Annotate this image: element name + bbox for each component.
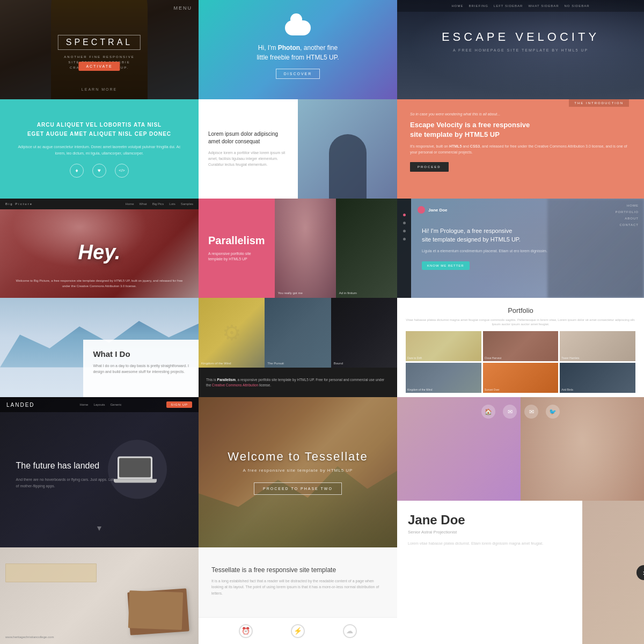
pl-nav-portfolio[interactable]: Portfolio <box>615 210 639 214</box>
landed-laptop <box>118 456 157 482</box>
whatido-card: What I Do What I do on a day to day basi… <box>83 340 199 397</box>
landed-nav-layouts[interactable]: Layouts <box>93 403 105 406</box>
para-h2: Parallelism <box>208 235 265 247</box>
escape-nav-no-2[interactable]: No Sidebar <box>565 4 590 8</box>
whatido-h3: What I Do <box>93 349 189 358</box>
escape-nav-2: Home Briefing Left Sidebar What Sidebar … <box>397 0 644 12</box>
tessellate-content: Welcome to Tessellate A free responsive … <box>199 397 397 547</box>
teal-heart-icon: ♥ <box>92 164 106 178</box>
spectral-menu-2[interactable]: Menu <box>174 5 193 11</box>
pg-hammock[interactable]: Tower Hamlets <box>560 331 635 361</box>
pg-windmill[interactable]: Kingdom of the Wind <box>406 363 481 393</box>
bigpic-n-what[interactable]: What <box>140 202 147 206</box>
whatido-area: What I Do What I do on a day to day basi… <box>0 298 199 397</box>
para-tree-2: The Pursuit <box>265 298 331 368</box>
cell-photon: Hi, I'm Photon, another finelittle freeb… <box>199 0 397 199</box>
pl-dot-3[interactable] <box>403 230 406 232</box>
prologue2-card-name: Jane Doe <box>408 513 572 528</box>
tessellate-free-text: A free responsive site template by HTML5… <box>243 468 353 473</box>
escape-so: So in case you were wondering what this … <box>410 112 631 116</box>
spectral-hero-2: Menu SPECTRAL ANOTHER FINE RESPONSIVESIT… <box>0 0 199 99</box>
para-desc-p: This is Parallelism, a responsive portfo… <box>206 377 390 388</box>
prologue2-card-text: Jane Doe Senior Astral Projectionist Lor… <box>397 501 582 644</box>
prologue-jane-name: Jane Doe <box>428 208 448 213</box>
escape-hero-2: Home Briefing Left Sidebar What Sidebar … <box>397 0 644 99</box>
stationery-area: www.heritagechristiancollege.com <box>0 547 199 644</box>
teal-diamond-icon: ♦ <box>70 164 84 178</box>
photon-text: Lorem ipsum dolor adipiscingamet dolor c… <box>199 99 298 199</box>
photon-hero-2: Hi, I'm Photon, another finelittle freeb… <box>199 0 397 99</box>
landed-nav-generic[interactable]: Generic <box>110 403 121 406</box>
para-desc-bar: This is Parallelism, a responsive portfo… <box>199 368 397 397</box>
cell-tessellate: Welcome to Tessellate A free responsive … <box>199 397 397 644</box>
teal-heading-2: ARCU ALIQUET VEL LOBORTIS ATA NISLEGET A… <box>27 120 171 138</box>
escape-proceed[interactable]: PROCEED <box>410 162 449 172</box>
prologue-know-btn-2[interactable]: Know me better <box>422 261 470 270</box>
spectral-learn[interactable]: LEARN MORE <box>82 87 117 91</box>
pl-nav-about[interactable]: About <box>625 217 639 220</box>
landed-logo: Landed <box>6 402 35 408</box>
escape-nav-briefing-2[interactable]: Briefing <box>469 4 488 8</box>
pl-dot-1[interactable] <box>403 214 406 216</box>
pl2-mail1-icon[interactable]: ✉ <box>503 405 517 419</box>
prologue2-card-title: Senior Astral Projectionist <box>408 530 572 535</box>
pl-dot-2[interactable] <box>403 222 406 224</box>
landed-signup-btn[interactable]: Sign up <box>166 401 192 408</box>
cell-escape-vel: Home Briefing Left Sidebar What Sidebar … <box>397 0 644 199</box>
para-tree-lbl: The Pursuit <box>267 362 284 365</box>
stationery-notebook2 <box>128 590 183 630</box>
bigpic-nav-bar: Big Picture Home What Big Pics Lots Samp… <box>0 199 199 209</box>
prologue2-next-arrow[interactable]: › <box>636 565 644 580</box>
bigpic-n-home[interactable]: Home <box>126 202 134 206</box>
bigpic-n-samples[interactable]: Samples <box>181 202 193 206</box>
tessellate-desc-p1: It is a long established fact that a rea… <box>211 578 384 596</box>
photon-btn[interactable]: DISCOVER <box>276 69 320 79</box>
cell-prologue2-card: 🏠 ✉ ✉ 🐦 Jane Doe Senior Astral Projectio… <box>397 397 644 644</box>
escape-nav-home-2[interactable]: Home <box>451 4 463 8</box>
para-dark-lbl: Bound <box>334 362 343 365</box>
escape-title-2: ESCAPE VELOCITY A FREE HOMEPAGE SITE TEM… <box>442 30 599 52</box>
photon-cloud <box>285 20 311 35</box>
pl2-mail2-icon[interactable]: ✉ <box>524 405 538 419</box>
photon-content-row: Lorem ipsum dolor adipiscingamet dolor c… <box>199 99 397 199</box>
pg-birds[interactable]: Arid Birds <box>560 363 635 393</box>
para-wind-2: ⚙ Kingdom of the Wind <box>199 298 265 368</box>
cell-prologue-portfolio: Home Portfolio About Contact Jane Doe Hi… <box>397 199 644 397</box>
escape-intro-tab-2: THE INTRODUCTION <box>569 99 629 107</box>
prologue2-card-desc: Lorem vitae habasse platea dictumst. Eti… <box>408 541 572 547</box>
pl2-twitter-icon[interactable]: 🐦 <box>546 405 560 419</box>
para-cc-link-2[interactable]: Creative Commons Attribution <box>212 383 258 387</box>
tessellate-desc-h3: Tessellate is a free responsive site tem… <box>211 566 384 574</box>
pg-windmill-label: Kingdom of the Wind <box>407 388 432 391</box>
para-face-label: You really got me <box>278 291 303 295</box>
bigpic-n-big[interactable]: Big Pics <box>152 202 164 206</box>
para-bottom-row: ⚙ Kingdom of the Wind The Pursuit Bound <box>199 298 397 368</box>
escape-intro-h2: Escape Velocity is a free responsivesite… <box>410 120 631 140</box>
pl2-home-icon[interactable]: 🏠 <box>481 405 495 419</box>
pl-nav-contact[interactable]: Contact <box>619 223 639 226</box>
pl-nav-home[interactable]: Home <box>627 204 639 207</box>
prologue2-white-card: Jane Doe Senior Astral Projectionist Lor… <box>397 501 644 644</box>
photo-grid-2: Dare to Drift Close Harvest Tower Hamlet… <box>406 331 635 393</box>
tessellate-btn[interactable]: Proceed to phase two <box>254 482 342 495</box>
pg-field[interactable]: Dare to Drift <box>406 331 481 361</box>
teal-section: ARCU ALIQUET VEL LOBORTIS ATA NISLEGET A… <box>0 99 199 199</box>
escape-nav-left-2[interactable]: Left Sidebar <box>494 4 523 8</box>
photon-s1-head: Lorem ipsum dolor adipiscingamet dolor c… <box>208 130 288 145</box>
teal-body-2: Adipisce ut ac augue consectetur interdu… <box>13 144 186 156</box>
pg-portrait[interactable]: Close Harvest <box>483 331 559 361</box>
tessellate-icons-row: ⏰ ⚡ ☁ <box>199 617 397 644</box>
landed-nav-home[interactable]: Home <box>79 403 88 406</box>
escape-nav-what-2[interactable]: What Sidebar <box>528 4 559 8</box>
tessellate-bolt-icon: ⚡ <box>291 624 305 638</box>
prologue-sidebar-2 <box>397 199 411 298</box>
pg-sunset[interactable]: Sunset Over <box>483 363 559 393</box>
bigpic-n-lots[interactable]: Lots <box>169 202 175 206</box>
spectral-activate[interactable]: ACTIVATE <box>78 62 120 71</box>
escape-intro-inner: So in case you were wondering what this … <box>410 112 631 172</box>
portfolio-p: Vitae habasse platea dictumst magna amet… <box>406 318 635 327</box>
pl-dot-4[interactable] <box>403 238 406 240</box>
cell-bigpic-whatido: Big Picture Home What Big Pics Lots Samp… <box>0 199 199 397</box>
escape-main-title: ESCAPE VELOCITY <box>442 30 599 44</box>
pg-field-label: Dare to Drift <box>407 356 422 360</box>
